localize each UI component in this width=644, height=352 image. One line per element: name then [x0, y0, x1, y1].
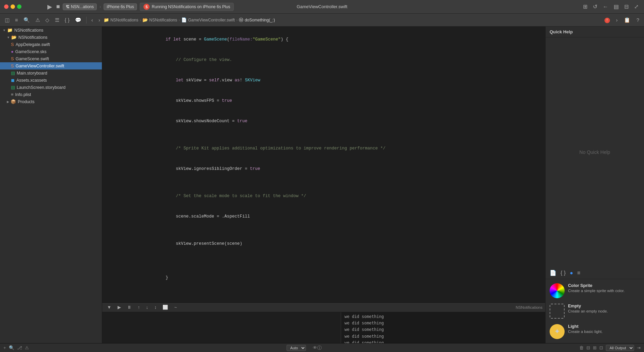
sidebar-item-gamescene-swift[interactable]: S GameScene.swift: [0, 55, 102, 62]
code-line: // Configure the view.: [102, 50, 545, 70]
scheme-selector[interactable]: 🏗 NSN...ations: [63, 3, 97, 10]
breadcrumb-project[interactable]: 📁 NSNotifications: [104, 17, 138, 22]
list-btn[interactable]: ☰: [53, 16, 61, 24]
sidebar-item-main-storyboard[interactable]: ▤ Main.storyboard: [0, 69, 102, 77]
sidebar-item-launchscreen[interactable]: ▤ LaunchScreen.storyboard: [0, 84, 102, 91]
sidebar-group-header[interactable]: ▼ 📂 NSNotifications: [0, 34, 102, 41]
search-btn[interactable]: 🔍: [21, 16, 32, 24]
qh-item-title: Color Sprite: [568, 283, 593, 288]
debug-step-in-btn[interactable]: ↕: [152, 304, 159, 310]
toolbar: ◫ ≡ 🔍 ⚠ ◇ ☰ { } 💬 ‹ › 📁 NSNotifications …: [0, 14, 644, 27]
console-output: we did something we did something we did…: [341, 312, 545, 343]
status-bar: + 🔍 ⎇ ⚠ Auto 👁 ⓘ 🗑 ⊟ ⊞ ⊡ All Output ⇥: [0, 343, 644, 352]
debug-toolbar: ▼ ▶ ⏸ ↑ ↓ ↕ ⬜ ~ NSNotifications: [102, 303, 545, 312]
quick-help-title: Quick Help: [546, 27, 644, 37]
swift-file-icon2: S: [11, 56, 14, 61]
qh-item-empty: Empty Create an empty node.: [550, 304, 640, 319]
status-branch-btn[interactable]: ⎇: [17, 345, 22, 350]
sidebar-item-assets[interactable]: ◼ Assets.xcassets: [0, 77, 102, 84]
output-selector[interactable]: All Output: [606, 345, 634, 351]
error-nav-btn[interactable]: !: [602, 16, 612, 24]
sidebar-project-group[interactable]: ▼ 📁 NSNotifications: [0, 27, 102, 34]
breadcrumb-sep2: ›: [179, 18, 180, 22]
stop-button[interactable]: ■: [56, 3, 60, 10]
status-warning-btn[interactable]: ⚠: [25, 345, 29, 350]
forward-btn2[interactable]: ›: [614, 16, 620, 24]
sidebar-item-infoplist[interactable]: ≡ Info.plist: [0, 91, 102, 98]
breadcrumb-group[interactable]: 📂 NSNotifications: [142, 17, 177, 22]
sidebar-item-appdelegate[interactable]: S AppDelegate.swift: [0, 41, 102, 48]
debug-toggle-btn[interactable]: ▼: [105, 304, 113, 310]
status-filter-btn[interactable]: 🔍: [9, 345, 14, 350]
navigator-list-btn[interactable]: ≡: [13, 16, 20, 24]
sidebar-products-group[interactable]: ▶ 📦 Products: [0, 98, 102, 105]
back-nav-btn[interactable]: ‹: [89, 16, 95, 24]
qh-code-btn[interactable]: { }: [561, 270, 566, 276]
status-layout2-btn[interactable]: ⊞: [593, 345, 597, 350]
expand-icon[interactable]: ⤢: [633, 3, 640, 11]
forward-nav-btn[interactable]: ›: [96, 16, 102, 24]
bottom-content: we did something we did something we did…: [102, 312, 545, 343]
code-line: [102, 179, 545, 186]
bubble-btn[interactable]: 💬: [73, 16, 83, 24]
debug-variables-pane: [102, 312, 341, 343]
debug-simulate-btn[interactable]: ~: [172, 304, 179, 310]
debug-step-out-btn[interactable]: ⬜: [160, 304, 170, 310]
diamond-btn[interactable]: ◇: [43, 16, 51, 24]
code-line: [102, 131, 545, 138]
status-layout1-btn[interactable]: ⊟: [586, 345, 590, 350]
debug-step-btn[interactable]: ↑: [136, 304, 142, 310]
quick-help-items: Color Sprite Create a simple sprite with…: [546, 279, 644, 343]
debug-play-btn[interactable]: ▶: [116, 304, 123, 310]
debug-step-over-btn[interactable]: ↓: [144, 304, 150, 310]
plist-icon: ≡: [11, 92, 14, 97]
qh-file-btn[interactable]: 📄: [550, 270, 556, 276]
debug-pause-btn[interactable]: ⏸: [125, 304, 134, 310]
back-icon[interactable]: ←: [601, 3, 610, 11]
auto-selector[interactable]: Auto: [287, 345, 306, 351]
status-plus-btn[interactable]: +: [3, 345, 6, 350]
qh-circle-btn[interactable]: ●: [570, 270, 573, 276]
split-icon[interactable]: ⊟: [623, 3, 630, 11]
status-info-btn[interactable]: ⓘ: [317, 345, 322, 351]
breadcrumb-symbol[interactable]: Ⓜ doSomething(_:): [239, 17, 275, 23]
status-layout3-btn[interactable]: ⊡: [599, 345, 603, 350]
breadcrumb-file[interactable]: 📄 GameViewController.swift: [181, 17, 235, 22]
qh-item-desc2: Create an empty node.: [568, 309, 608, 313]
titlebar: ▶ ■ 🏗 NSN...ations › iPhone 6s Plus 5 Ru…: [0, 0, 644, 14]
minimize-button[interactable]: [11, 4, 15, 9]
project-folder-icon: 📁: [7, 28, 13, 33]
sidebar-item-gameviewcontroller[interactable]: S GameViewController.swift: [0, 62, 102, 69]
code-editor[interactable]: if let scene = GameScene(fileName:"GameS…: [102, 27, 545, 302]
titlebar-right: ⊞ ↺ ← ▤ ⊟ ⤢: [582, 3, 644, 11]
triangle-products: ▶: [7, 100, 9, 103]
breadcrumb-sep3: ›: [236, 18, 237, 22]
warning-btn[interactable]: ⚠: [33, 16, 42, 24]
code-line: [102, 261, 545, 268]
status-trash-btn[interactable]: 🗑: [579, 345, 584, 350]
layout-icon[interactable]: ▤: [612, 3, 620, 11]
code-btn[interactable]: { }: [63, 16, 72, 24]
code-line: /* Sprite Kit applies additional optimiz…: [102, 138, 545, 159]
status-left: + 🔍 ⎇ ⚠: [3, 345, 29, 350]
run-button[interactable]: ▶: [46, 2, 53, 11]
sidebar-toggle-btn[interactable]: ◫: [3, 16, 12, 24]
close-button[interactable]: [4, 4, 9, 9]
code-line: }: [102, 268, 545, 288]
status-eye-btn[interactable]: 👁: [313, 345, 317, 351]
status-end-btn[interactable]: ⇥: [637, 345, 641, 350]
code-line: /* Set the scale mode to scale to fit th…: [102, 186, 545, 206]
code-line: skView.showsNodeCount = true: [102, 111, 545, 131]
swift-file-icon: S: [11, 42, 14, 47]
inspector-btn[interactable]: 📋: [622, 16, 632, 24]
output-line: we did something: [344, 320, 542, 326]
help-btn[interactable]: ?: [634, 16, 641, 24]
qh-list-btn[interactable]: ≡: [577, 270, 580, 276]
fullscreen-button[interactable]: [17, 4, 21, 9]
device-selector[interactable]: iPhone 6s Plus: [104, 3, 137, 10]
swift-file-icon3: S: [11, 63, 14, 68]
navigator-toggle[interactable]: ⊞: [582, 3, 589, 11]
sidebar-item-gamescene-sks[interactable]: ● GameScene.sks: [0, 48, 102, 55]
output-line: we did something: [344, 340, 542, 343]
refresh-icon[interactable]: ↺: [592, 3, 599, 11]
